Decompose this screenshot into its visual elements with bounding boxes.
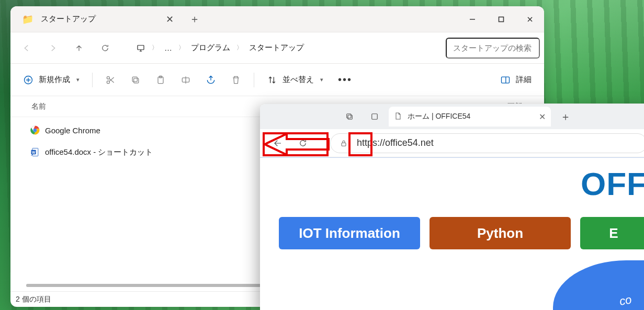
lock-icon xyxy=(340,139,348,147)
category-iot-button[interactable]: IOT Information xyxy=(279,217,420,249)
paste-button[interactable] xyxy=(150,69,171,91)
page-brand: OFF xyxy=(581,165,644,202)
clipboard-icon xyxy=(155,75,166,85)
copy-icon xyxy=(130,75,141,85)
details-pane-button[interactable]: 詳細 xyxy=(495,69,537,91)
page-category-nav: IOT Information Python E xyxy=(260,202,644,249)
delete-button[interactable] xyxy=(225,69,246,91)
close-tab-button[interactable]: ✕ xyxy=(539,112,546,122)
browser-tab-title: ホーム | OFFICE54 xyxy=(408,112,470,121)
tab-overview-icon xyxy=(345,112,354,121)
svg-rect-27 xyxy=(348,115,352,119)
details-label: 詳細 xyxy=(516,75,532,85)
scrollbar-thumb[interactable] xyxy=(26,284,261,287)
browser-back-button[interactable] xyxy=(266,133,289,154)
chrome-icon xyxy=(28,125,42,135)
svg-rect-29 xyxy=(372,114,378,120)
chevron-down-icon: ▾ xyxy=(76,76,80,83)
sort-icon xyxy=(267,75,277,85)
toolbar-separator xyxy=(92,73,93,87)
svg-rect-15 xyxy=(132,77,137,82)
pc-icon xyxy=(136,43,145,53)
explorer-toolbar: 新規作成 ▾ 並べ替え ▾ ••• 詳細 xyxy=(10,64,544,96)
close-tab-button[interactable]: ✕ xyxy=(166,14,174,25)
tab-actions-button[interactable] xyxy=(338,107,360,126)
trash-icon xyxy=(231,75,241,85)
svg-rect-1 xyxy=(499,17,503,21)
chevron-right-icon: 〉 xyxy=(152,43,158,52)
share-icon xyxy=(206,75,216,85)
nav-up-button[interactable] xyxy=(67,36,91,60)
page-corner-label: co xyxy=(618,293,632,308)
svg-point-10 xyxy=(107,81,109,83)
url-bar[interactable]: https://office54.net xyxy=(330,133,644,153)
explorer-titlebar: 📁 スタートアップ ✕ ＋ xyxy=(10,6,544,32)
breadcrumb[interactable]: 〉 … 〉 プログラム 〉 スタートアップ xyxy=(129,43,444,53)
close-window-button[interactable] xyxy=(515,6,544,32)
browser-tabbar: ホーム | OFFICE54 ✕ ＋ xyxy=(260,104,644,129)
chevron-right-icon: 〉 xyxy=(178,43,185,52)
maximize-button[interactable] xyxy=(487,6,515,32)
minimize-button[interactable] xyxy=(458,6,487,32)
word-doc-icon: W xyxy=(28,147,42,157)
share-button[interactable] xyxy=(200,69,221,91)
toolbar-separator xyxy=(254,73,254,87)
sort-label: 並べ替え xyxy=(283,75,314,85)
new-tab-button[interactable]: ＋ xyxy=(180,6,209,32)
sort-button[interactable]: 並べ替え ▾ xyxy=(262,69,329,91)
chevron-right-icon: 〉 xyxy=(236,43,243,52)
rename-button[interactable] xyxy=(175,69,196,91)
chevron-down-icon: ▾ xyxy=(320,76,323,83)
svg-rect-20 xyxy=(502,77,510,83)
breadcrumb-item[interactable]: スタートアップ xyxy=(249,43,304,53)
explorer-navbar: 〉 … 〉 プログラム 〉 スタートアップ xyxy=(10,32,544,64)
rename-icon xyxy=(180,75,191,85)
svg-text:W: W xyxy=(32,151,36,154)
scissors-icon xyxy=(105,75,116,85)
ellipsis-icon: ••• xyxy=(338,74,352,86)
browser-refresh-button[interactable] xyxy=(291,133,314,154)
svg-rect-30 xyxy=(342,143,346,146)
nav-refresh-button[interactable] xyxy=(93,36,117,60)
nav-back-button[interactable] xyxy=(15,36,39,60)
plus-circle-icon xyxy=(23,75,33,85)
browser-window: ホーム | OFFICE54 ✕ ＋ https://office54.net … xyxy=(260,104,644,310)
svg-point-23 xyxy=(33,129,37,132)
explorer-tab-title: スタートアップ xyxy=(41,14,96,24)
breadcrumb-item[interactable]: プログラム xyxy=(191,43,230,53)
breadcrumb-ellipsis[interactable]: … xyxy=(164,43,172,52)
workspace-icon xyxy=(370,112,379,121)
cut-button[interactable] xyxy=(100,69,121,91)
svg-rect-28 xyxy=(347,114,351,118)
item-count: 2 個の項目 xyxy=(16,295,51,304)
workspace-button[interactable] xyxy=(364,107,386,126)
new-item-button[interactable]: 新規作成 ▾ xyxy=(18,69,85,91)
search-input[interactable] xyxy=(446,38,540,59)
new-item-label: 新規作成 xyxy=(39,75,70,85)
details-pane-icon xyxy=(500,75,511,85)
nav-forward-button[interactable] xyxy=(41,36,65,60)
folder-icon: 📁 xyxy=(22,14,33,25)
category-python-button[interactable]: Python xyxy=(430,217,571,249)
url-text: https://office54.net xyxy=(353,137,434,148)
category-e-button[interactable]: E xyxy=(580,217,644,249)
page-viewport: OFF IOT Information Python E co xyxy=(260,157,644,310)
site-identity-button[interactable] xyxy=(335,134,353,152)
browser-navbar: https://office54.net xyxy=(260,129,644,157)
window-controls xyxy=(458,6,544,32)
new-tab-button[interactable]: ＋ xyxy=(554,107,577,127)
browser-tab[interactable]: ホーム | OFFICE54 ✕ xyxy=(389,107,551,127)
svg-rect-4 xyxy=(138,45,144,49)
explorer-tab[interactable]: 📁 スタートアップ ✕ xyxy=(10,6,180,32)
more-button[interactable]: ••• xyxy=(333,69,357,91)
svg-point-11 xyxy=(107,76,109,79)
page-favicon xyxy=(394,112,402,122)
svg-rect-14 xyxy=(134,78,139,83)
copy-button[interactable] xyxy=(125,69,146,91)
